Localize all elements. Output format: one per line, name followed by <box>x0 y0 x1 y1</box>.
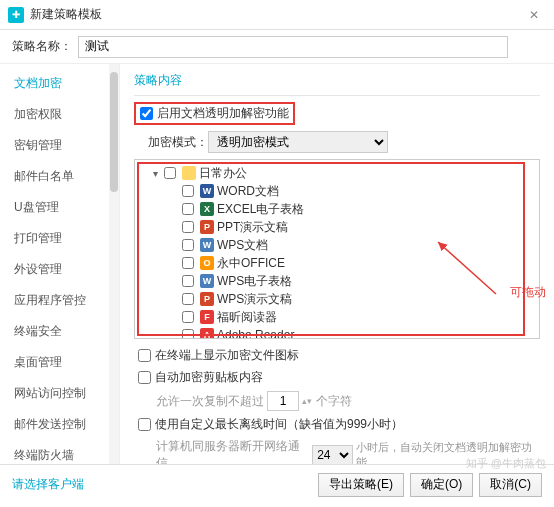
tree-item-label: WORD文档 <box>217 183 279 200</box>
opt-show-icon-cb[interactable] <box>138 349 151 362</box>
folder-icon <box>182 166 196 180</box>
tree-item-label: 福昕阅读器 <box>217 309 277 326</box>
opt-clip-sub: 允许一次复制不超过 ▴▾ 个字符 <box>134 391 540 411</box>
file-type-icon: O <box>200 256 214 270</box>
file-type-icon: W <box>200 238 214 252</box>
tree-checkbox[interactable] <box>182 329 194 338</box>
window-title: 新建策略模板 <box>30 6 522 23</box>
tree-checkbox[interactable] <box>182 221 194 233</box>
file-type-icon: W <box>200 184 214 198</box>
mode-label: 加密模式： <box>148 134 208 151</box>
tree-checkbox[interactable] <box>182 311 194 323</box>
offline-hours-select[interactable]: 24 <box>312 445 353 464</box>
mode-select[interactable]: 透明加密模式 <box>208 131 388 153</box>
sidebar-item[interactable]: 打印管理 <box>0 223 119 254</box>
file-type-icon: X <box>200 202 214 216</box>
sidebar-item[interactable]: 加密权限 <box>0 99 119 130</box>
opt-show-icon: 在终端上显示加密文件图标 <box>134 347 540 364</box>
name-row: 策略名称： <box>0 30 554 64</box>
section-content-title: 策略内容 <box>134 72 540 89</box>
file-type-icon: P <box>200 292 214 306</box>
caret-icon[interactable]: ▾ <box>149 168 161 179</box>
tree-item-label: PPT演示文稿 <box>217 219 288 236</box>
footer: 请选择客户端 导出策略(E) 确定(O) 取消(C) <box>0 464 554 504</box>
file-type-icon: F <box>200 310 214 324</box>
sidebar-item[interactable]: 外设管理 <box>0 254 119 285</box>
sidebar-scroll-thumb[interactable] <box>110 72 118 192</box>
enable-checkbox[interactable] <box>140 107 153 120</box>
opt-clip-cb[interactable] <box>138 371 151 384</box>
enable-highlight: 启用文档透明加解密功能 <box>134 102 295 125</box>
app-tree: ▾日常办公WWORD文档XEXCEL电子表格PPPT演示文稿WWPS文档O永中O… <box>134 159 540 339</box>
export-button[interactable]: 导出策略(E) <box>318 473 404 497</box>
sidebar-item[interactable]: 桌面管理 <box>0 347 119 378</box>
sidebar-item[interactable]: 密钥管理 <box>0 130 119 161</box>
stepper-icon[interactable]: ▴▾ <box>302 396 312 406</box>
enable-label: 启用文档透明加解密功能 <box>157 105 289 122</box>
tree-checkbox[interactable] <box>182 203 194 215</box>
cancel-button[interactable]: 取消(C) <box>479 473 542 497</box>
select-client-link[interactable]: 请选择客户端 <box>12 476 84 493</box>
tree-checkbox[interactable] <box>182 293 194 305</box>
sidebar-item[interactable]: 终端防火墙 <box>0 440 119 464</box>
mode-row: 加密模式： 透明加密模式 <box>134 131 540 153</box>
file-type-icon: A <box>200 328 214 338</box>
tree-item-label: EXCEL电子表格 <box>217 201 304 218</box>
tree-checkbox[interactable] <box>182 257 194 269</box>
clip-count-input[interactable] <box>267 391 299 411</box>
name-input[interactable] <box>78 36 508 58</box>
app-icon: ✚ <box>8 7 24 23</box>
sidebar-scrollbar[interactable] <box>109 64 119 464</box>
sidebar-item[interactable]: 邮件发送控制 <box>0 409 119 440</box>
sidebar-item[interactable]: 终端安全 <box>0 316 119 347</box>
annotation-text: 可拖动 <box>510 284 546 301</box>
tree-checkbox[interactable] <box>164 167 176 179</box>
tree-item-label: WPS演示文稿 <box>217 291 292 308</box>
sidebar: 文档加密加密权限密钥管理邮件白名单U盘管理打印管理外设管理应用程序管控终端安全桌… <box>0 64 120 464</box>
tree-item-label: 永中OFFICE <box>217 255 285 272</box>
tree-checkbox[interactable] <box>182 239 194 251</box>
tree-scroll[interactable]: ▾日常办公WWORD文档XEXCEL电子表格PPPT演示文稿WWPS文档O永中O… <box>135 160 539 338</box>
tree-checkbox[interactable] <box>182 275 194 287</box>
opt-offline-sub: 计算机同服务器断开网络通信 24 小时后，自动关闭文档透明加解密功能 <box>134 438 540 464</box>
sidebar-item[interactable]: 网站访问控制 <box>0 378 119 409</box>
sidebar-item[interactable]: U盘管理 <box>0 192 119 223</box>
titlebar: ✚ 新建策略模板 ✕ <box>0 0 554 30</box>
tree-item-label: WPS电子表格 <box>217 273 292 290</box>
opt-offline: 使用自定义最长离线时间（缺省值为999小时） <box>134 416 540 433</box>
sidebar-item[interactable]: 应用程序管控 <box>0 285 119 316</box>
ok-button[interactable]: 确定(O) <box>410 473 473 497</box>
tree-item-label: Adobe Reader <box>217 328 294 338</box>
sidebar-item[interactable]: 邮件白名单 <box>0 161 119 192</box>
sidebar-item[interactable]: 文档加密 <box>0 68 119 99</box>
file-type-icon: P <box>200 220 214 234</box>
main-panel: 策略内容 启用文档透明加解密功能 加密模式： 透明加密模式 ▾日常办公WWORD… <box>120 64 554 464</box>
tree-group-label: 日常办公 <box>199 165 247 182</box>
file-type-icon: W <box>200 274 214 288</box>
opt-offline-cb[interactable] <box>138 418 151 431</box>
name-label: 策略名称： <box>12 38 72 55</box>
close-icon[interactable]: ✕ <box>522 3 546 27</box>
tree-checkbox[interactable] <box>182 185 194 197</box>
tree-item-label: WPS文档 <box>217 237 268 254</box>
opt-clip: 自动加密剪贴板内容 <box>134 369 540 386</box>
